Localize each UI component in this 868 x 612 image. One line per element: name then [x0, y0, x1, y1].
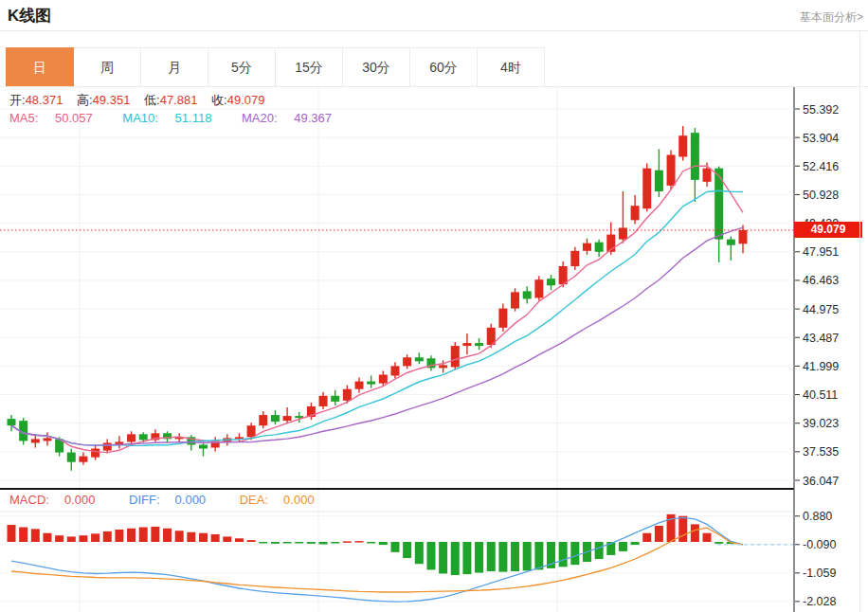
- ma-readout: MA5: 50.057 MA10: 51.118 MA20: 49.367: [9, 111, 358, 125]
- svg-text:-1.059: -1.059: [803, 567, 836, 580]
- svg-text:37.535: 37.535: [803, 445, 839, 459]
- svg-text:46.463: 46.463: [803, 274, 839, 287]
- tab-30min[interactable]: 30分: [343, 47, 410, 87]
- kline-chart-canvas[interactable]: 55.39253.90452.41650.92849.43947.95146.4…: [0, 87, 868, 612]
- diff-value: DIFF:0.000: [129, 493, 221, 507]
- header-divider: [0, 30, 868, 31]
- page-title: K线图: [8, 5, 51, 27]
- dea-value: DEA:0.000: [240, 493, 330, 507]
- macd-value: MACD:0.000: [9, 493, 110, 507]
- macd-readout: MACD:0.000 DIFF:0.000 DEA:0.000: [9, 493, 345, 507]
- svg-text:53.904: 53.904: [803, 132, 839, 145]
- svg-text:50.928: 50.928: [803, 189, 839, 202]
- svg-text:41.999: 41.999: [803, 360, 839, 373]
- tab-60min[interactable]: 60分: [410, 47, 478, 87]
- chart-area: 55.39253.90452.41650.92849.43947.95146.4…: [0, 87, 868, 612]
- svg-text:47.951: 47.951: [803, 245, 839, 259]
- low-label: 低:: [144, 93, 160, 107]
- svg-text:39.023: 39.023: [803, 417, 839, 430]
- svg-text:52.416: 52.416: [803, 160, 839, 173]
- tab-month[interactable]: 月: [141, 47, 208, 87]
- tab-day[interactable]: 日: [6, 47, 74, 87]
- tab-4hour[interactable]: 4时: [478, 47, 545, 87]
- svg-text:0.880: 0.880: [803, 510, 832, 523]
- kline-widget: K线图 基本面分析> 日 周 月 5分 15分 30分 60分 4时 55.39…: [0, 0, 868, 612]
- svg-text:-2.028: -2.028: [803, 595, 836, 608]
- open-value: 48.371: [26, 93, 63, 107]
- ohlc-readout: 开:48.371 高:49.351 低:47.881 收:49.079: [9, 92, 275, 109]
- ma5-value: MA5: 50.057: [9, 111, 106, 125]
- svg-text:44.975: 44.975: [803, 303, 839, 316]
- svg-text:36.047: 36.047: [803, 475, 839, 488]
- ma10-line: [11, 190, 743, 445]
- svg-text:40.511: 40.511: [803, 388, 838, 402]
- low-value: 47.881: [160, 93, 198, 107]
- close-label: 收:: [211, 93, 227, 107]
- price-axis: 55.39253.90452.41650.92849.43947.95146.4…: [794, 87, 839, 612]
- ma20-value: MA20: 49.367: [242, 111, 345, 125]
- current-price-tag: 49.079: [794, 222, 862, 238]
- tab-15min[interactable]: 15分: [276, 47, 343, 87]
- close-value: 49.079: [227, 93, 265, 107]
- high-label: 高:: [77, 93, 93, 107]
- fundamental-analysis-link[interactable]: 基本面分析>: [800, 9, 863, 26]
- high-value: 49.351: [93, 93, 131, 107]
- tab-5min[interactable]: 5分: [208, 47, 276, 87]
- ma10-value: MA10: 51.118: [122, 111, 225, 125]
- svg-text:-0.090: -0.090: [803, 538, 836, 551]
- svg-text:55.392: 55.392: [803, 103, 839, 117]
- ma20-line: [11, 227, 743, 445]
- panel-right-border: [859, 31, 860, 612]
- panel-separator: [0, 488, 794, 490]
- open-label: 开:: [9, 93, 26, 107]
- timeframe-tab-bar: 日 周 月 5分 15分 30分 60分 4时: [6, 47, 545, 87]
- tab-week[interactable]: 周: [74, 47, 141, 87]
- svg-text:43.487: 43.487: [803, 332, 839, 345]
